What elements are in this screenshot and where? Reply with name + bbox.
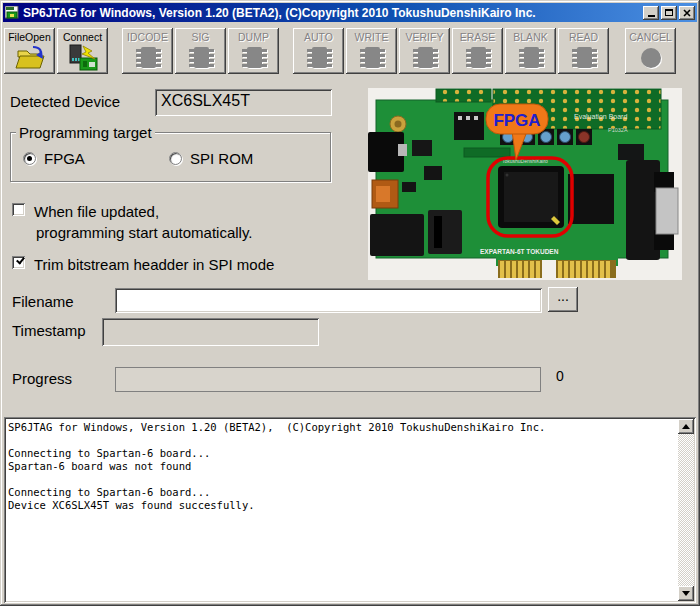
maximize-button[interactable] (661, 6, 677, 20)
app-icon (5, 6, 20, 20)
chip-icon (185, 43, 217, 71)
programming-target-legend: Programming target (16, 124, 155, 141)
toolbar-button-fileopen[interactable]: FileOpen (4, 28, 55, 74)
arrow-up-icon (682, 420, 690, 429)
connect-board-icon (67, 43, 99, 71)
checkbox-icon-checked[interactable] (12, 256, 25, 269)
close-icon (683, 9, 691, 17)
radio-fpga[interactable]: FPGA (23, 150, 85, 167)
folder-open-icon (14, 43, 46, 71)
toolbar-button-auto[interactable]: AUTO (293, 28, 344, 74)
scroll-down-button[interactable] (678, 586, 694, 601)
checkbox-auto-program[interactable]: When file updated, (12, 203, 159, 220)
toolbar-button-sig[interactable]: SIG (175, 28, 226, 74)
chip-icon (238, 43, 270, 71)
toolbar-button-erase[interactable]: ERASE (452, 28, 503, 74)
app-window: SP6JTAG for Windows, Version 1.20 (BETA2… (0, 0, 700, 606)
timestamp-label: Timestamp (12, 322, 86, 339)
check-icon (16, 255, 25, 264)
console-log[interactable]: SP6JTAG for Windows, Version 1.20 (BETA2… (4, 417, 696, 603)
close-button[interactable] (679, 6, 695, 20)
filename-label: Filename (12, 293, 74, 310)
arrow-down-icon (682, 591, 690, 600)
console-text: SP6JTAG for Windows, Version 1.20 (BETA2… (8, 421, 674, 512)
board-label-text: Evaluation Board (574, 113, 627, 120)
detected-device-field: XC6SLX45T (155, 89, 332, 116)
board-photo: Evaluation Board P1032A TokushuDenshiKai… (368, 88, 682, 280)
chip-icon (409, 43, 441, 71)
checkbox-icon[interactable] (12, 203, 25, 216)
toolbar-button-verify[interactable]: VERIFY (399, 28, 450, 74)
chip-icon (568, 43, 600, 71)
chip-icon (132, 43, 164, 71)
chip-icon (462, 43, 494, 71)
browse-button[interactable]: ... (548, 287, 578, 312)
programming-target-group: Programming target FPGA SPI ROM (10, 132, 331, 182)
progress-value: 0 (556, 368, 564, 384)
radio-button-icon[interactable] (169, 152, 182, 165)
checkbox-trim-header[interactable]: Trim bitstream headder in SPI mode (12, 256, 274, 273)
detected-device-label: Detected Device (10, 93, 120, 110)
board-name-text: EXPARTAN-6T TOKUDEN (480, 248, 559, 255)
radio-button-icon[interactable] (23, 152, 36, 165)
chip-icon (303, 43, 335, 71)
toolbar-button-dump[interactable]: DUMP (228, 28, 279, 74)
title-bar[interactable]: SP6JTAG for Windows, Version 1.20 (BETA2… (3, 3, 697, 22)
toolbar-button-write[interactable]: WRITE (346, 28, 397, 74)
radio-spi-rom[interactable]: SPI ROM (169, 150, 253, 167)
checkbox-auto-program-line2: programming start automatically. (36, 224, 252, 241)
toolbar-button-connect[interactable]: Connect (57, 28, 108, 74)
chip-icon (515, 43, 547, 71)
scroll-up-button[interactable] (678, 419, 694, 434)
board-code-text: P1032A (608, 127, 628, 133)
minimize-button[interactable] (643, 6, 659, 20)
maximize-icon (665, 9, 673, 16)
toolbar-button-cancel[interactable]: CANCEL (625, 28, 676, 74)
filename-input[interactable] (115, 288, 542, 313)
console-scrollbar[interactable] (678, 419, 694, 601)
progress-bar (115, 367, 541, 392)
minimize-icon (648, 15, 655, 17)
cancel-circle-icon (635, 43, 667, 71)
fpga-callout-text: FPGA (493, 111, 540, 130)
window-title: SP6JTAG for Windows, Version 1.20 (BETA2… (23, 6, 643, 20)
toolbar-button-idcode[interactable]: IDCODE (122, 28, 173, 74)
radio-dot (27, 156, 32, 161)
toolbar-button-blank[interactable]: BLANK (505, 28, 556, 74)
chip-icon (356, 43, 388, 71)
toolbar-button-read[interactable]: READ (558, 28, 609, 74)
timestamp-field (102, 318, 319, 346)
progress-label: Progress (12, 370, 72, 387)
